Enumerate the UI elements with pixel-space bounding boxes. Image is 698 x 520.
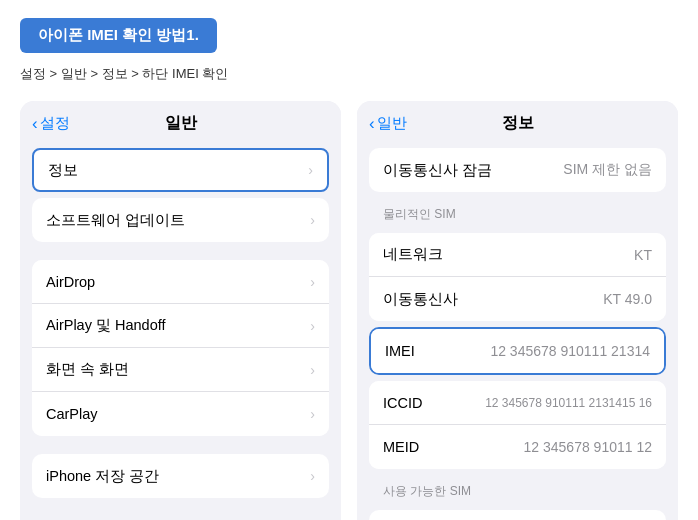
iccid-meid-section: ICCID 12 345678 910111 2131415 16 MEID 1… [369,381,666,469]
network-row: 네트워크 KT [369,233,666,277]
info-row-highlighted[interactable]: 정보 › [32,148,329,192]
right-panel-title: 정보 [502,113,534,134]
carrier-lock-section: 이동통신사 잠금 SIM 제한 없음 [369,148,666,192]
left-panel-title: 일반 [165,113,197,134]
airdrop-row[interactable]: AirDrop › [32,260,329,304]
right-panel-header: ‹ 일반 정보 [357,101,678,142]
left-panel-back[interactable]: ‹ 설정 [32,114,70,133]
carrier-row: 이동통신사 KT 49.0 [369,277,666,321]
left-panel-header: ‹ 설정 일반 [20,101,341,142]
carrier-value: KT 49.0 [603,291,652,307]
airplay-handoff-arrow-icon: › [310,318,315,334]
left-back-arrow-icon: ‹ [32,115,38,132]
breadcrumb: 설정 > 일반 > 정보 > 하단 IMEI 확인 [20,65,678,83]
meid-value: 12 345678 91011 12 [524,439,652,455]
info-row-label: 정보 [48,161,78,180]
imei2-section: IMEI2 12 345678 91011 12 13 14 [369,510,666,520]
carrier-lock-value: SIM 제한 없음 [563,161,652,179]
iccid-row: ICCID 12 345678 910111 2131415 16 [369,381,666,425]
right-panel: ‹ 일반 정보 이동통신사 잠금 SIM 제한 없음 물리적인 SIM 네트워크… [357,101,678,520]
carplay-label: CarPlay [46,406,98,422]
airdrop-label: AirDrop [46,274,95,290]
storage-row[interactable]: iPhone 저장 공간 › [32,454,329,498]
carplay-row[interactable]: CarPlay › [32,392,329,436]
imei-label: IMEI [385,343,415,359]
meid-label: MEID [383,439,419,455]
carrier-label: 이동통신사 [383,290,458,309]
airplay-handoff-row[interactable]: AirPlay 및 Handoff › [32,304,329,348]
carplay-arrow-icon: › [310,406,315,422]
software-update-label: 소프트웨어 업데이트 [46,211,185,230]
available-sim-label: 사용 가능한 SIM [369,475,666,504]
storage-label: iPhone 저장 공간 [46,467,159,486]
iccid-label: ICCID [383,395,422,411]
software-update-row[interactable]: 소프트웨어 업데이트 › [32,198,329,242]
left-panel: ‹ 설정 일반 정보 › 소프트웨어 업데이트 › AirDrop › [20,101,341,520]
page-title-badge: 아이폰 IMEI 확인 방법1. [20,18,217,53]
right-panel-back[interactable]: ‹ 일반 [369,114,407,133]
info-row-arrow-icon: › [308,162,313,178]
software-update-section: 소프트웨어 업데이트 › [32,198,329,242]
carrier-lock-label: 이동통신사 잠금 [383,161,492,180]
picture-in-picture-arrow-icon: › [310,362,315,378]
picture-in-picture-label: 화면 속 화면 [46,360,129,379]
page-title: 아이폰 IMEI 확인 방법1. [38,26,199,43]
left-back-label: 설정 [40,114,70,133]
right-back-label: 일반 [377,114,407,133]
imei-row: IMEI 12 345678 910111 21314 [371,329,664,373]
imei-value: 12 345678 910111 21314 [490,343,650,359]
imei-highlighted-section: IMEI 12 345678 910111 21314 [369,327,666,375]
carrier-lock-row: 이동통신사 잠금 SIM 제한 없음 [369,148,666,192]
network-value: KT [634,247,652,263]
iccid-value: 12 345678 910111 2131415 16 [485,396,652,410]
storage-section: iPhone 저장 공간 › [32,454,329,498]
meid-row: MEID 12 345678 91011 12 [369,425,666,469]
panels-container: ‹ 설정 일반 정보 › 소프트웨어 업데이트 › AirDrop › [20,101,678,520]
storage-arrow-icon: › [310,468,315,484]
physical-sim-label: 물리적인 SIM [369,198,666,227]
network-label: 네트워크 [383,245,443,264]
airdrop-arrow-icon: › [310,274,315,290]
sim-info-section: 네트워크 KT 이동통신사 KT 49.0 [369,233,666,321]
airdrop-section: AirDrop › AirPlay 및 Handoff › 화면 속 화면 › … [32,260,329,436]
software-update-arrow-icon: › [310,212,315,228]
airplay-handoff-label: AirPlay 및 Handoff [46,316,166,335]
picture-in-picture-row[interactable]: 화면 속 화면 › [32,348,329,392]
imei2-row: IMEI2 12 345678 91011 12 13 14 [369,510,666,520]
right-back-arrow-icon: ‹ [369,115,375,132]
